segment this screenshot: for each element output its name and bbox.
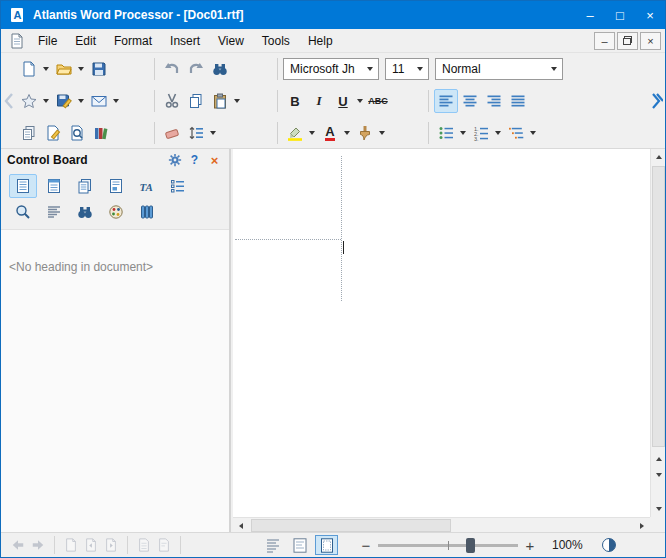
page-layout-view-button[interactable] [315, 535, 338, 555]
doc-minimize-button[interactable]: – [594, 32, 615, 50]
horizontal-scrollbar[interactable] [233, 517, 650, 533]
favorites-button[interactable] [17, 89, 41, 113]
strikethrough-button[interactable]: ABC [366, 89, 390, 113]
format-painter-button[interactable] [353, 121, 377, 145]
open-button[interactable] [52, 57, 76, 81]
menu-tools[interactable]: Tools [253, 31, 299, 51]
scroll-up-icon[interactable] [651, 149, 666, 165]
align-center-button[interactable] [458, 89, 482, 113]
last-page-button[interactable] [154, 535, 174, 555]
first-page-button[interactable] [61, 535, 81, 555]
open-dropdown-icon[interactable] [76, 57, 86, 81]
menu-file[interactable]: File [29, 31, 66, 51]
goto-page-button[interactable] [134, 535, 154, 555]
bullet-list-button[interactable] [434, 121, 458, 145]
new-document-dropdown-icon[interactable] [41, 57, 51, 81]
menu-help[interactable]: Help [299, 31, 342, 51]
save-button[interactable] [87, 57, 111, 81]
cut-button[interactable] [160, 89, 184, 113]
favorites-dropdown-icon[interactable] [41, 89, 51, 113]
numbered-list-button[interactable]: 1.2.3. [469, 121, 493, 145]
previous-page-icon[interactable] [651, 451, 666, 467]
menu-view[interactable]: View [209, 31, 253, 51]
print-preview-button[interactable] [65, 121, 89, 145]
bold-button[interactable]: B [283, 89, 307, 113]
search-pane-button[interactable] [71, 200, 99, 224]
copy-button[interactable] [184, 89, 208, 113]
fields-pane-button[interactable] [102, 174, 130, 198]
style-select[interactable]: Normal [435, 58, 563, 80]
underline-dropdown-icon[interactable] [355, 89, 365, 113]
align-justify-button[interactable] [506, 89, 530, 113]
line-spacing-button[interactable] [184, 121, 208, 145]
sections-pane-button[interactable] [40, 174, 68, 198]
help-icon[interactable]: ? [186, 152, 203, 169]
contrast-toggle-icon[interactable] [602, 538, 616, 552]
highlight-dropdown-icon[interactable] [307, 121, 317, 145]
multilevel-list-button[interactable] [504, 121, 528, 145]
vertical-scrollbar-thumb[interactable] [652, 166, 665, 447]
document-menu-icon[interactable] [9, 33, 25, 49]
clipboard-pages-button[interactable] [17, 121, 41, 145]
document-page[interactable] [233, 149, 650, 517]
minimize-button[interactable]: – [575, 1, 605, 29]
menu-format[interactable]: Format [105, 31, 161, 51]
bullet-list-dropdown-icon[interactable] [458, 121, 468, 145]
forward-button[interactable] [28, 535, 48, 555]
zoom-out-button[interactable]: − [358, 537, 374, 554]
online-view-button[interactable] [288, 535, 311, 555]
back-button[interactable] [8, 535, 28, 555]
email-dropdown-icon[interactable] [111, 89, 121, 113]
undo-button[interactable] [160, 57, 184, 81]
multilevel-list-dropdown-icon[interactable] [528, 121, 538, 145]
new-document-button[interactable] [17, 57, 41, 81]
next-page-button[interactable] [101, 535, 121, 555]
vertical-scrollbar[interactable] [650, 149, 666, 517]
numbered-list-dropdown-icon[interactable] [493, 121, 503, 145]
scroll-down-icon[interactable] [651, 501, 666, 517]
edit-page-button[interactable] [41, 121, 65, 145]
paste-button[interactable] [208, 89, 232, 113]
bookmarks-pane-button[interactable] [71, 174, 99, 198]
paragraph-pane-button[interactable] [40, 200, 68, 224]
headings-pane-button[interactable] [9, 174, 37, 198]
zoom-slider[interactable] [378, 544, 518, 547]
close-button[interactable]: × [635, 1, 665, 29]
checklist-pane-button[interactable] [164, 174, 192, 198]
colors-pane-button[interactable] [102, 200, 130, 224]
redo-button[interactable] [184, 57, 208, 81]
doc-restore-button[interactable] [617, 32, 638, 50]
zoom-in-button[interactable]: + [522, 537, 538, 554]
menu-edit[interactable]: Edit [66, 31, 105, 51]
previous-page-button[interactable] [81, 535, 101, 555]
toolbar-scroll-left-icon[interactable] [2, 87, 16, 115]
save-special-button[interactable] [52, 89, 76, 113]
next-page-icon[interactable] [651, 467, 666, 483]
line-spacing-dropdown-icon[interactable] [208, 121, 218, 145]
panel-close-icon[interactable]: × [206, 152, 223, 169]
zoom-slider-thumb[interactable] [466, 538, 475, 553]
fonts-pane-button[interactable]: TA [133, 174, 161, 198]
find-button[interactable] [208, 57, 232, 81]
columns-pane-button[interactable] [133, 200, 161, 224]
toolbar-more-icon[interactable] [650, 87, 664, 115]
save-special-dropdown-icon[interactable] [76, 89, 86, 113]
eraser-button[interactable] [160, 121, 184, 145]
format-painter-dropdown-icon[interactable] [377, 121, 387, 145]
italic-button[interactable]: I [307, 89, 331, 113]
font-family-select[interactable]: Microsoft Jh [283, 58, 379, 80]
gear-icon[interactable] [166, 152, 183, 169]
email-button[interactable] [87, 89, 111, 113]
zoom-pane-button[interactable] [9, 200, 37, 224]
titlebar[interactable]: A Atlantis Word Processor - [Doc01.rtf] … [1, 1, 665, 29]
font-color-dropdown-icon[interactable] [342, 121, 352, 145]
books-button[interactable] [89, 121, 113, 145]
maximize-button[interactable]: □ [605, 1, 635, 29]
align-right-button[interactable] [482, 89, 506, 113]
doc-close-button[interactable]: × [640, 32, 661, 50]
font-size-select[interactable]: 11 [385, 58, 429, 80]
align-left-button[interactable] [434, 89, 458, 113]
draft-view-button[interactable] [261, 535, 284, 555]
highlight-button[interactable] [283, 121, 307, 145]
menu-insert[interactable]: Insert [161, 31, 209, 51]
